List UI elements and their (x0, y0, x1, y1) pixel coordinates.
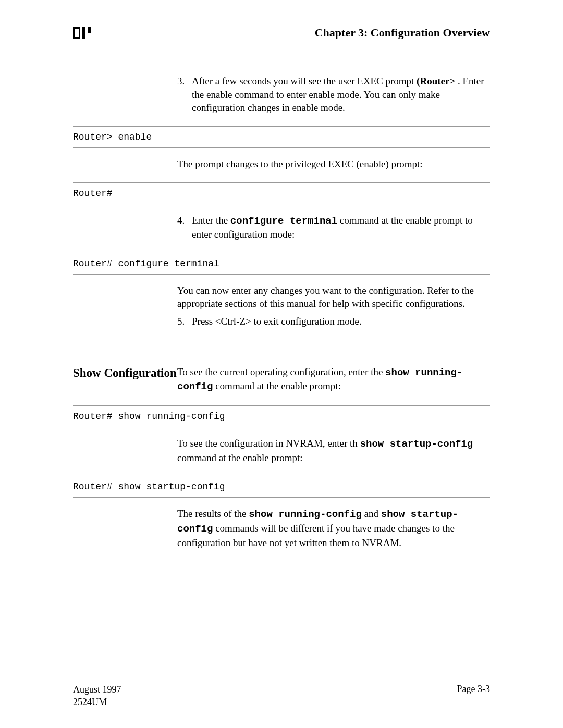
para-prompt-change: The prompt changes to the privileged EXE… (73, 157, 490, 175)
code-show-running: Router# show running-config (73, 405, 490, 427)
footer-page-number: Page 3-3 (457, 684, 490, 708)
footer-date: August 1997 (73, 684, 121, 696)
chapter-title: Chapter 3: Configuration Overview (315, 26, 490, 40)
show-startup-para: To see the configuration in NVRAM, enter… (177, 437, 490, 464)
step-4-number: 4. (177, 214, 192, 241)
code-enable: Router> enable (73, 126, 490, 148)
para-nvram: To see the configuration in NVRAM, enter… (73, 437, 490, 468)
step-4-text: Enter the configure terminal command at … (192, 214, 490, 241)
step-5-text: Press <Ctrl-Z> to exit configuration mod… (192, 315, 490, 328)
code-configure-terminal: Router# configure terminal (73, 253, 490, 275)
code-show-startup: Router# show startup-config (73, 476, 490, 498)
show-running-para: To see the current operating configurati… (177, 365, 490, 394)
step-3-text: After a few seconds you will see the use… (192, 75, 490, 115)
page-header: Chapter 3: Configuration Overview (73, 26, 490, 43)
para-results: The results of the show running-config a… (73, 507, 490, 553)
logo-icon (73, 27, 92, 39)
step-3-row: 3. After a few seconds you will see the … (73, 75, 490, 119)
show-configuration-heading: Show Configuration (73, 365, 177, 381)
step-5-number: 5. (177, 315, 192, 328)
para-configuration-changes: You can now enter any changes you want t… (73, 284, 490, 332)
footer-doc-id: 2524UM (73, 696, 121, 708)
show-config-row: Show Configuration To see the current op… (73, 365, 490, 398)
step-3-number: 3. (177, 75, 192, 115)
page-footer: August 1997 2524UM Page 3-3 (73, 678, 490, 708)
code-router-prompt: Router# (73, 182, 490, 204)
results-para: The results of the show running-config a… (177, 507, 490, 549)
step-4-row: 4. Enter the configure terminal command … (73, 214, 490, 245)
